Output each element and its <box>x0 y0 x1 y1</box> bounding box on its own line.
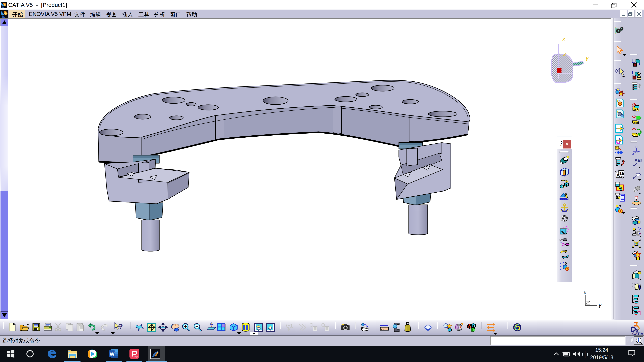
svg-text:n: n <box>619 204 621 208</box>
svg-text:y: y <box>598 303 602 308</box>
svg-text:x: x <box>562 36 566 42</box>
svg-text:?: ? <box>118 322 123 331</box>
svg-text:x: x <box>583 290 586 295</box>
svg-text:15: 15 <box>619 171 624 176</box>
svg-text:CATIA: CATIA <box>632 332 643 336</box>
svg-text:W: W <box>110 351 114 357</box>
svg-text:y: y <box>585 54 589 61</box>
svg-text:z: z <box>563 50 566 57</box>
svg-text:ABC: ABC <box>634 158 642 163</box>
svg-text:PDF: PDF <box>134 356 139 358</box>
